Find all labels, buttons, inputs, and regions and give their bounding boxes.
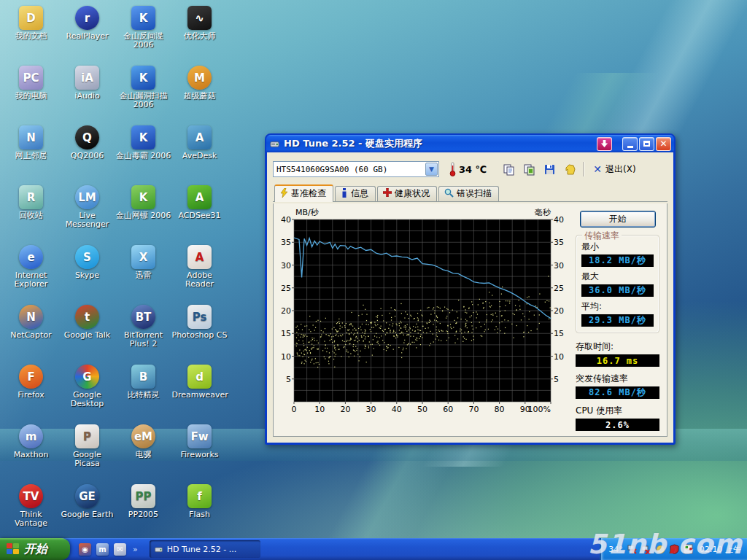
drive-select[interactable]: HTS541060G9SA00 (60 GB) ▼ (273, 161, 439, 177)
save-button[interactable] (541, 160, 558, 178)
photoshop-cs-icon: Ps (187, 305, 212, 329)
minimize-button[interactable] (622, 137, 638, 151)
desktop-icon-dreamweaver[interactable]: dDreamweaver (171, 360, 228, 420)
desktop-icon-live-messenger[interactable]: LMLive Messenger (59, 181, 115, 241)
desktop-icon-xunlei[interactable]: X迅雷 (115, 241, 171, 300)
taskbar-task-hdtune[interactable]: HD Tune 2.52 - ... (150, 540, 260, 558)
desktop-icon-kingsoft-firewall[interactable]: K金山网镖 2006 (115, 181, 171, 241)
desktop-icon-youhua-dashi[interactable]: ∿优化大师 (171, 1, 228, 61)
tab-health[interactable]: 健康状况 (377, 186, 437, 201)
svg-text:10: 10 (554, 352, 564, 362)
window-titlebar[interactable]: HD Tune 2.52 - 硬盘实用程序 ✕ (266, 135, 674, 152)
desktop-icon-google-picasa[interactable]: PGoogle Picasa (59, 420, 115, 480)
start-button[interactable]: 开始 (0, 538, 70, 560)
svg-text:10: 10 (281, 352, 291, 362)
desktop-icon-label: Maxthon (14, 451, 49, 459)
quicklaunch-browser-swirl-icon[interactable]: ◉ (79, 543, 91, 556)
network-disconnected-icon[interactable] (627, 544, 638, 555)
hdtune-app-icon (269, 139, 280, 149)
svg-text:35: 35 (281, 238, 291, 247)
desktop-icon-avedesk[interactable]: AAveDesk (171, 121, 228, 181)
minimize-to-tray-button[interactable] (597, 137, 612, 151)
copy-image-button[interactable] (520, 160, 538, 178)
fireworks-icon: Fw (187, 424, 212, 448)
desktop-icon-label: Firefox (18, 391, 44, 400)
drive-select-value: HTS541060G9SA00 (60 GB) (274, 165, 425, 174)
desktop-icon-realplayer[interactable]: rRealPlayer (59, 1, 115, 61)
chevron-down-icon[interactable]: ▼ (425, 163, 438, 176)
stat-value-lcd: 82.6 MB/秒 (576, 386, 659, 399)
desktop-icon-label: Google Desktop (60, 391, 115, 408)
desktop-icon-label: 电骡 (136, 451, 152, 459)
desktop-icon-kingsoft-antivirus[interactable]: K金山毒霸 2006 (115, 121, 171, 181)
svg-text:30: 30 (554, 261, 564, 271)
desktop-icon-network-places[interactable]: N网上邻居 (3, 121, 59, 181)
drive-temperature: 34 ℃ (449, 162, 487, 176)
desktop-icon-qq2006[interactable]: QQQ2006 (59, 121, 115, 181)
desktop-icon-pp2005[interactable]: PPPP2005 (115, 480, 171, 540)
desktop-icon-label: Photoshop CS (172, 331, 228, 340)
desktop-icon-flash[interactable]: fFlash (171, 480, 228, 540)
volume-icon[interactable] (655, 544, 666, 555)
desktop-icon-label: Think Vantage (4, 510, 59, 528)
maximize-button[interactable] (639, 137, 654, 151)
desktop-icon-label: 回收站 (19, 211, 43, 220)
tool-buttons (500, 160, 578, 178)
desktop-icon-google-earth[interactable]: GEGoogle Earth (59, 480, 115, 540)
start-benchmark-button[interactable]: 开始 (580, 211, 656, 228)
desktop-icon-fireworks[interactable]: FwFireworks (171, 420, 228, 480)
desktop-icon-label: Google Picasa (60, 451, 115, 468)
desktop-icon-iaudio[interactable]: iAiAudio (59, 61, 115, 121)
desktop-icon-google-talk[interactable]: tGoogle Talk (59, 300, 115, 360)
tab-benchmark[interactable]: 基准检查 (274, 184, 333, 202)
flash-icon: f (187, 484, 212, 508)
desktop-icon-emule[interactable]: eM电骡 (115, 420, 171, 480)
desktop-icon-firefox[interactable]: FFirefox (3, 360, 59, 420)
tab-info[interactable]: 信息 (335, 186, 376, 201)
stat-label: 存取时间: (576, 341, 659, 353)
desktop-icon-bittorrent-plus[interactable]: BTBitTorrent Plus! 2 (115, 300, 171, 360)
desktop-icon-label: 比特精灵 (128, 391, 160, 400)
desktop-icon-my-documents[interactable]: D我的文档 (3, 1, 59, 61)
tab-label: 基准检查 (291, 187, 326, 200)
desktop-icon-kingsoft-scan[interactable]: K金山漏洞扫描 2006 (115, 61, 171, 121)
quicklaunch-mail-icon[interactable]: ✉ (114, 543, 126, 556)
exit-button[interactable]: ✕ 退出(X) (589, 162, 640, 177)
options-hand-button[interactable] (561, 160, 578, 178)
desktop-icon-internet-explorer[interactable]: eInternet Explorer (3, 241, 59, 300)
desktop-icon-recycle-bin[interactable]: R回收站 (3, 181, 59, 241)
desktop-icon-photoshop-cs[interactable]: PsPhotoshop CS (171, 300, 228, 360)
acdsee31-icon: A (187, 185, 212, 209)
desktop-icon-netcaptor[interactable]: NNetCaptor (3, 300, 59, 360)
svg-text:15: 15 (554, 329, 564, 338)
quicklaunch-chevron[interactable]: » (133, 545, 138, 554)
skype-icon: S (75, 245, 99, 269)
close-button[interactable]: ✕ (656, 137, 671, 151)
desktop-icon-maxthon[interactable]: mMaxthon (3, 420, 59, 480)
desktop-icon-adobe-reader[interactable]: AAdobe Reader (171, 241, 228, 300)
lan-disconnected-icon[interactable] (641, 544, 652, 555)
desktop-icon-think-vantage[interactable]: TVThink Vantage (3, 480, 59, 540)
tab-error-scan[interactable]: 错误扫描 (438, 186, 499, 201)
security-shield-icon[interactable] (669, 544, 680, 555)
tray-temperature: 34° (608, 545, 623, 554)
hdtune-tray-icon[interactable] (683, 544, 694, 555)
xunlei-icon: X (131, 245, 155, 269)
desktop-icon-super-mushroom[interactable]: M超级蘑菇 (171, 61, 228, 121)
desktop-icon-google-desktop[interactable]: GGoogle Desktop (59, 360, 115, 420)
desktop-icon-my-computer[interactable]: PC我的电脑 (3, 61, 59, 121)
desktop-icon-kingsoft-antispy[interactable]: K金山反间谍 2006 (115, 1, 171, 61)
desktop-icon-skype[interactable]: SSkype (59, 241, 115, 300)
start-button-label: 开始 (24, 542, 47, 557)
benchmark-icon (280, 188, 288, 200)
bittorrent-plus-icon: BT (131, 305, 155, 329)
desktop-icon-acdsee31[interactable]: AACDSee31 (171, 181, 228, 241)
desktop-icon-bitspirit[interactable]: B比特精灵 (115, 360, 171, 420)
quicklaunch-maxthon-icon[interactable]: m (96, 543, 109, 556)
desktop-icon-label: 我的电脑 (15, 92, 47, 101)
svg-text:40: 40 (554, 215, 564, 225)
desktop-icon-label: QQ2006 (71, 152, 104, 160)
copy-text-button[interactable] (500, 160, 517, 178)
maxthon-icon: m (19, 424, 43, 448)
error-scan-icon (444, 188, 454, 200)
